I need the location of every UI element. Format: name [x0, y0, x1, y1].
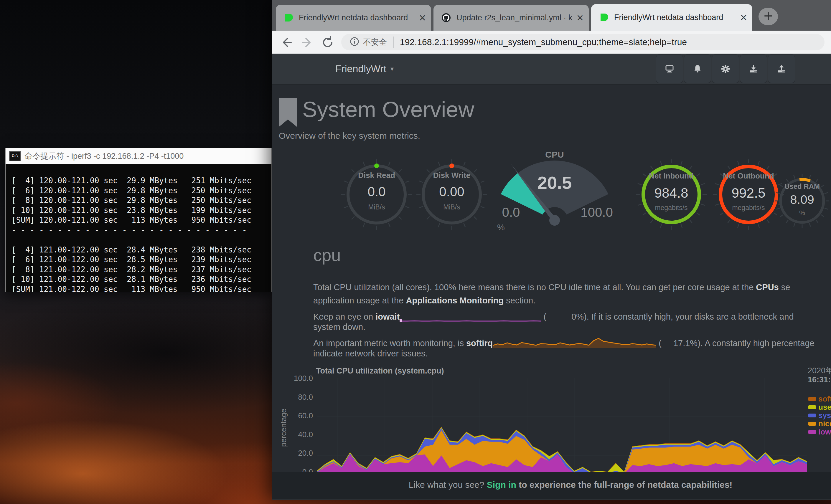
gear-icon [720, 64, 730, 74]
legend-item-softirq[interactable]: softirq [808, 395, 831, 403]
legend-label: softirq [818, 395, 831, 404]
paragraph-text: indicate network driver issues. [313, 349, 428, 358]
y-tick-60.0: 60.0 [278, 411, 313, 420]
legend-label: iowait [818, 427, 831, 436]
browser-tab-0[interactable]: FriendlyWrt netdata dashboard× [276, 5, 431, 31]
legend-label: nice [818, 419, 831, 428]
legend-swatch [808, 414, 816, 417]
forward-button[interactable] [300, 35, 314, 50]
terminal-output: [ 4] 120.00-121.00 sec 29.9 MBytes 251 M… [6, 164, 271, 292]
terminal-titlebar[interactable]: C:\ 命令提示符 - iperf3 -c 192.168.1.2 -P4 -t… [6, 148, 271, 164]
legend-item-nice[interactable]: nice [808, 419, 831, 428]
terminal-body[interactable]: [ 4] 120.00-121.00 sec 29.9 MBytes 251 M… [6, 164, 271, 292]
paragraph-text: An important metric worth monitoring, is [313, 338, 466, 348]
legend-swatch [808, 430, 816, 434]
gauge-net-outbound-unit: megabits/s [732, 204, 765, 212]
y-tick-80.0: 80.0 [278, 393, 313, 402]
import-icon [748, 64, 758, 74]
softirq-sparkline[interactable] [493, 338, 656, 348]
paragraph-text: Total CPU utilization (all cores). 100% … [313, 283, 756, 292]
page-subtitle: Overview of the key system metrics. [279, 131, 420, 141]
gauge-disk-write-unit: MiB/s [443, 203, 460, 211]
gauge-net-inbound-unit: megabits/s [655, 204, 687, 212]
term-highlight: softirq [466, 338, 493, 348]
export-button[interactable] [768, 55, 795, 83]
chart-timestamp-time: 16:31:2 [808, 375, 831, 384]
sign-in-link[interactable]: Sign in [487, 480, 516, 490]
cpu-chart-svg [317, 378, 807, 475]
cmd-icon: C:\ [9, 151, 21, 161]
close-icon[interactable]: × [740, 12, 747, 22]
tab-title: FriendlyWrt netdata dashboard [299, 13, 415, 22]
signin-banner: Like what you see? Sign in to experience… [272, 472, 831, 500]
gauge-net-inbound-label: Net Inbound [649, 172, 694, 181]
gauge-net-outbound-label: Net Outbound [723, 172, 774, 181]
terminal-title: 命令提示符 - iperf3 -c 192.168.1.2 -P4 -t1000 [25, 151, 183, 161]
security-label[interactable]: 不安全 [363, 37, 387, 48]
paragraph-text: system down. [313, 322, 365, 332]
chart-legend[interactable]: softirqusersystemniceiowait [808, 395, 831, 436]
cpu-chart[interactable] [317, 378, 807, 475]
gauge-disk-read-label: Disk Read [358, 171, 395, 180]
gauge-used-ram-unit: % [799, 209, 805, 217]
gauge-cpu-min: 0.0 [502, 205, 520, 220]
reload-button[interactable] [321, 35, 335, 50]
chart-ylabel: percentage [279, 398, 288, 457]
gear-button[interactable] [712, 55, 739, 83]
chevron-down-icon: ▾ [391, 65, 394, 73]
gauge-cpu-label: CPU [545, 150, 564, 160]
browser-tab-1[interactable]: Update r2s_lean_minimal.yml · k× [433, 5, 589, 31]
legend-item-iowait[interactable]: iowait [808, 428, 831, 436]
paragraph-text: application usage at the [313, 296, 406, 305]
import-button[interactable] [740, 55, 767, 83]
legend-item-system[interactable]: system [808, 411, 831, 419]
bell-icon [692, 64, 703, 74]
page-title: System Overview [302, 97, 474, 122]
tab-separator [432, 11, 432, 24]
y-tick-100.0: 100.0 [278, 374, 313, 383]
omnibox-divider [393, 36, 394, 48]
paragraph-line-4: An important metric worth monitoring, is… [313, 335, 831, 349]
sparkline [493, 335, 656, 349]
gauge-cpu[interactable] [485, 151, 624, 251]
back-button[interactable] [279, 35, 293, 50]
netdata-icon [599, 12, 609, 22]
info-icon[interactable] [349, 36, 360, 48]
term-highlight: CPUs [756, 283, 778, 292]
tab-title: Update r2s_lean_minimal.yml · k [456, 13, 573, 22]
legend-swatch [808, 422, 816, 426]
y-tick-40.0: 40.0 [278, 430, 313, 439]
close-icon[interactable]: × [419, 13, 426, 23]
bell-button[interactable] [684, 55, 711, 83]
y-tick-20.0: 20.0 [278, 449, 313, 458]
netdata-page: FriendlyWrt ▾ System Overview Overview o… [272, 54, 831, 500]
new-tab-button[interactable]: + [758, 8, 778, 25]
chart-timestamp-date: 2020年3 [808, 365, 831, 376]
iowait-sparkline[interactable] [400, 312, 541, 321]
gauge-disk-read-unit: MiB/s [368, 203, 385, 211]
terminal-window[interactable]: C:\ 命令提示符 - iperf3 -c 192.168.1.2 -P4 -t… [5, 148, 272, 292]
close-icon[interactable]: × [577, 13, 583, 23]
url-text[interactable]: 192.168.2.1:19999/#menu_system_submenu_c… [400, 37, 687, 47]
brand-menu[interactable]: FriendlyWrt ▾ [281, 54, 448, 84]
address-bar[interactable]: 不安全 192.168.2.1:19999/#menu_system_subme… [341, 34, 825, 50]
gauge-used-ram-label: Used RAM [784, 182, 820, 190]
legend-item-user[interactable]: user [808, 403, 831, 411]
paragraph-text: se [779, 283, 790, 292]
monitor-button[interactable] [656, 55, 683, 83]
paragraph-line-5: indicate network driver issues. [313, 349, 831, 362]
legend-label: user [818, 403, 831, 412]
gauge-net-inbound-value: 984.8 [654, 185, 688, 201]
paragraph-line-0: Total CPU utilization (all cores). 100% … [313, 283, 831, 296]
browser-tab-2[interactable]: FriendlyWrt netdata dashboard× [591, 4, 752, 31]
export-icon [776, 64, 786, 74]
paragraph-line-1: application usage at the Applications Mo… [313, 296, 831, 309]
tab-title: FriendlyWrt netdata dashboard [614, 13, 736, 22]
brand-label: FriendlyWrt [335, 63, 386, 75]
netdata-icon [284, 13, 293, 23]
browser-window: + FriendlyWrt netdata dashboard×Update r… [272, 0, 831, 500]
section-heading-cpu: cpu [313, 245, 341, 265]
paragraph-line-2: Keep an eye on iowait (0%). If it is con… [313, 309, 831, 323]
term-highlight: iowait [375, 312, 400, 321]
paragraph-text: ( [541, 312, 546, 321]
